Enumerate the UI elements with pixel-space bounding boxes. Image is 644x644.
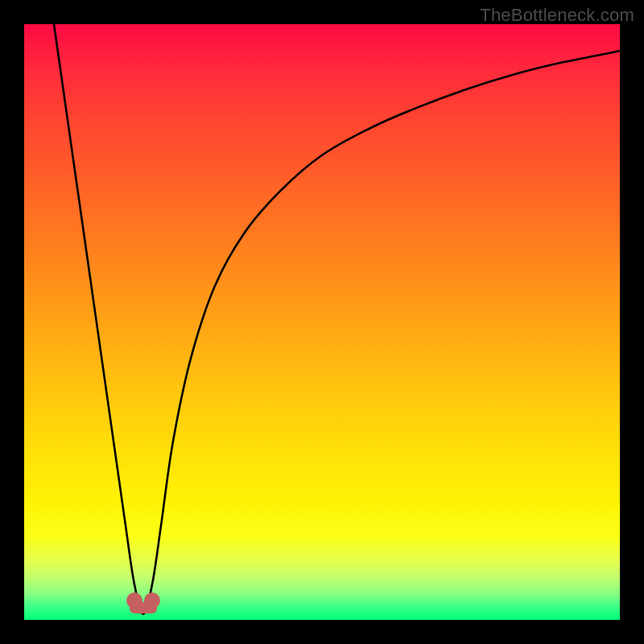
- bottleneck-curve: [24, 24, 620, 620]
- minimum-marker-bridge: [130, 602, 157, 613]
- chart-frame: TheBottleneck.com: [0, 0, 644, 644]
- plot-area: [24, 24, 620, 620]
- watermark-text: TheBottleneck.com: [480, 5, 634, 26]
